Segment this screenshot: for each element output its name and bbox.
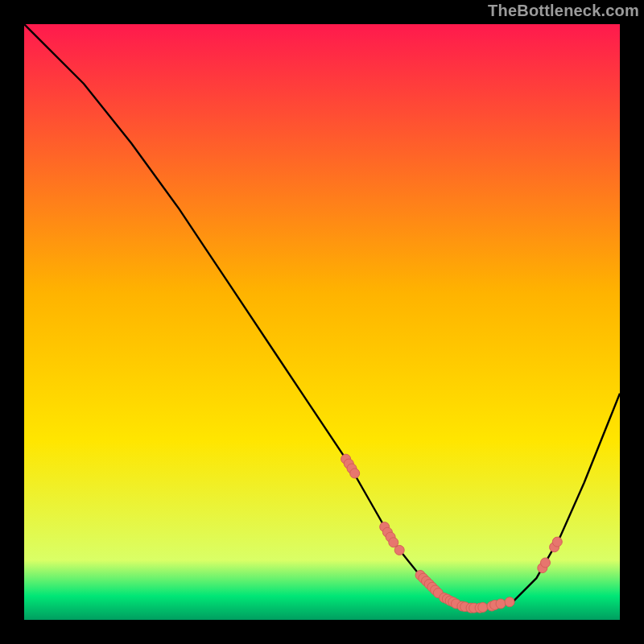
data-marker bbox=[350, 469, 360, 478]
watermark-text: TheBottleneck.com bbox=[488, 2, 639, 20]
data-marker bbox=[394, 545, 404, 555]
data-marker bbox=[496, 599, 506, 609]
data-marker bbox=[478, 603, 488, 613]
data-marker bbox=[541, 558, 551, 568]
bottleneck-chart bbox=[24, 24, 620, 620]
data-marker bbox=[552, 537, 562, 547]
gradient-background bbox=[24, 24, 620, 620]
data-marker bbox=[505, 597, 514, 607]
chart-stage bbox=[24, 24, 620, 620]
